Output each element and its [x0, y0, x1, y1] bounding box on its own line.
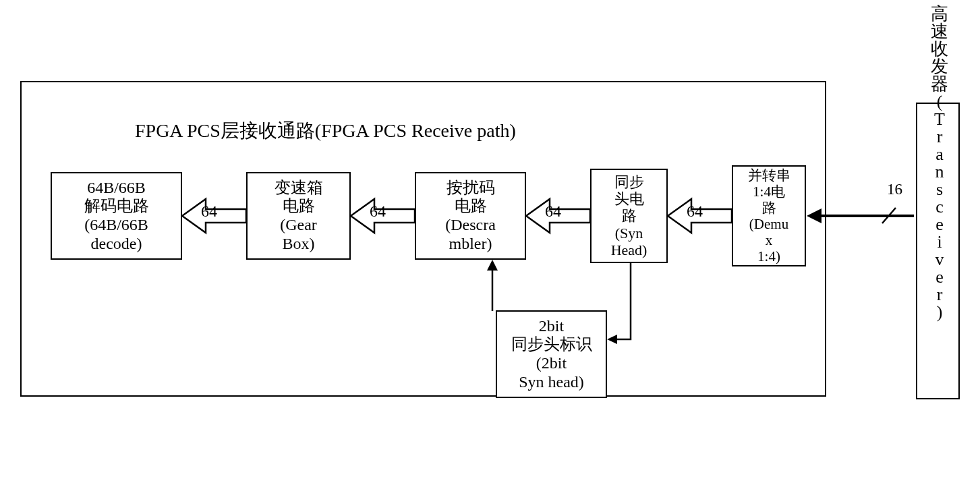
synhead-box: 同步 头电 路 (Syn Head) — [590, 169, 668, 263]
gearbox-line4: Box) — [283, 235, 315, 254]
arrow-width-1: 64 — [201, 202, 217, 221]
bus-width-label: 16 — [887, 181, 902, 198]
arrow-width-2: 64 — [370, 202, 386, 221]
decode-box: 64B/66B 解码电路 (64B/66B decode) — [51, 172, 182, 260]
diagram-title: FPGA PCS层接收通路(FPGA PCS Receive path) — [135, 118, 516, 144]
arrow-transceiver-to-demux — [805, 204, 916, 231]
demux-line4: (Demu — [749, 216, 788, 232]
decode-line2: 解码电路 — [84, 197, 149, 216]
arrow-width-4: 64 — [687, 202, 703, 221]
arrow-width-3: 64 — [545, 202, 561, 221]
svg-marker-4 — [607, 335, 617, 344]
demux-line5: x — [766, 232, 773, 248]
arrow-synheadid-to-descrambler — [482, 258, 502, 312]
synheadid-line4: Syn head) — [519, 373, 584, 392]
gearbox-line1: 变速箱 — [275, 179, 323, 198]
synhead-line3: 路 — [622, 207, 637, 224]
synheadid-line3: (2bit — [536, 354, 567, 373]
synhead-line5: Head) — [611, 242, 647, 258]
svg-marker-6 — [487, 260, 498, 271]
synhead-line1: 同步 — [614, 173, 644, 190]
synheadid-box: 2bit 同步头标识 (2bit Syn head) — [496, 310, 607, 398]
arrow-synhead-to-synheadid — [604, 262, 644, 353]
demux-line6: 1:4) — [757, 248, 780, 264]
synheadid-line1: 2bit — [539, 317, 564, 336]
demux-line1: 并转串 — [748, 167, 790, 183]
synheadid-line2: 同步头标识 — [511, 335, 592, 354]
decode-line4: decode) — [91, 235, 142, 254]
synhead-line4: (Syn — [615, 225, 643, 242]
descrambler-line2: 电路 — [455, 197, 487, 216]
decode-line1: 64B/66B — [87, 179, 146, 198]
synhead-line2: 头电 — [614, 190, 644, 207]
descrambler-line1: 按扰码 — [446, 179, 495, 198]
gearbox-line3: (Gear — [280, 216, 317, 235]
demux-line2: 1:4电 — [753, 183, 785, 200]
gearbox-line2: 电路 — [283, 197, 315, 216]
descrambler-box: 按扰码 电路 (Descra mbler) — [415, 172, 526, 260]
demux-box: 并转串 1:4电 路 (Demu x 1:4) — [732, 165, 806, 266]
demux-line3: 路 — [762, 200, 776, 216]
transceiver-box — [916, 103, 960, 399]
gearbox-box: 变速箱 电路 (Gear Box) — [246, 172, 351, 260]
descrambler-line3: (Descra — [445, 216, 496, 235]
descrambler-line4: mbler) — [449, 235, 492, 254]
decode-line3: (64B/66B — [84, 216, 148, 235]
svg-marker-8 — [807, 208, 822, 223]
transceiver-pre: 高速收发器 — [931, 4, 948, 94]
